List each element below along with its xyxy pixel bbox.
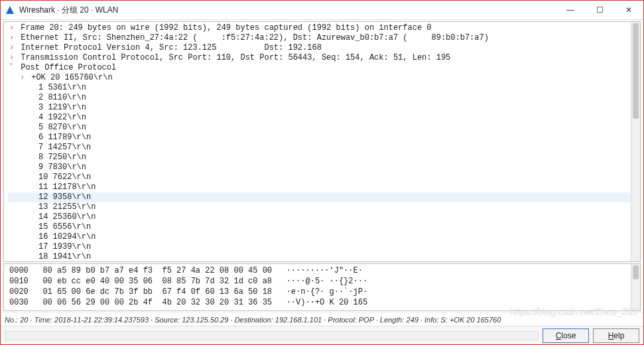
tree-pop-line[interactable]: 1 5361\r\n bbox=[8, 83, 631, 93]
tree-pop[interactable]: ˅ Post Office Protocol bbox=[8, 63, 631, 73]
expand-icon[interactable]: › bbox=[9, 23, 16, 33]
tree-pop-line[interactable]: 16 10294\r\n bbox=[8, 232, 631, 242]
tree-text: Transmission Control Protocol, Src Port:… bbox=[16, 53, 450, 62]
tree-pop-line[interactable]: 7 14257\r\n bbox=[8, 143, 631, 153]
tree-text: Post Office Protocol bbox=[16, 63, 116, 72]
tree-text: 1 5361\r\n bbox=[38, 83, 86, 92]
maximize-button[interactable]: ☐ bbox=[585, 1, 614, 19]
help-button-label: Help bbox=[608, 331, 625, 340]
tree-text: 13 21255\r\n bbox=[38, 202, 96, 212]
tree-text: Frame 20: 249 bytes on wire (1992 bits),… bbox=[16, 23, 432, 33]
titlebar: Wireshark · 分组 20 · WLAN — ☐ ✕ bbox=[1, 1, 643, 19]
vertical-scrollbar[interactable] bbox=[631, 264, 640, 310]
tree-text: 4 1922\r\n bbox=[38, 113, 86, 122]
expand-icon[interactable]: › bbox=[9, 33, 16, 43]
tree-pop-line[interactable]: 15 6556\r\n bbox=[8, 222, 631, 232]
close-window-button[interactable]: ✕ bbox=[614, 1, 643, 19]
tree-pop-line[interactable]: 14 25360\r\n bbox=[8, 212, 631, 222]
tree-ip[interactable]: › Internet Protocol Version 4, Src: 123.… bbox=[8, 43, 631, 53]
hex-row[interactable]: 0020 01 65 00 6e dc 7b 3f bb 67 f4 0f 60… bbox=[8, 287, 627, 297]
tree-text: 14 25360\r\n bbox=[38, 212, 96, 222]
dialog-footer: Close Help bbox=[1, 326, 643, 344]
tree-text: 8 7250\r\n bbox=[38, 153, 86, 162]
expand-icon[interactable]: › bbox=[20, 73, 27, 83]
tree-tcp[interactable]: › Transmission Control Protocol, Src Por… bbox=[8, 53, 631, 63]
expand-icon[interactable]: › bbox=[9, 43, 16, 53]
expand-icon[interactable]: › bbox=[9, 53, 16, 63]
tree-text: 15 6556\r\n bbox=[38, 222, 91, 232]
tree-text: 16 10294\r\n bbox=[38, 232, 96, 242]
tree-text: 7 14257\r\n bbox=[38, 143, 91, 152]
tree-text: 12 9358\r\n bbox=[38, 192, 91, 202]
expand-icon[interactable]: ˅ bbox=[9, 63, 16, 73]
tree-pop-line[interactable]: 11 12178\r\n bbox=[8, 182, 631, 192]
horizontal-scrollbar[interactable] bbox=[5, 331, 539, 340]
close-button-label: Close bbox=[556, 331, 576, 340]
tree-text: +OK 20 165760\r\n bbox=[27, 73, 113, 82]
tree-pop-line[interactable]: 5 8270\r\n bbox=[8, 123, 631, 133]
tree-text: Internet Protocol Version 4, Src: 123.12… bbox=[16, 43, 322, 52]
tree-text: 17 1939\r\n bbox=[38, 242, 91, 251]
wireshark-icon bbox=[5, 5, 15, 15]
window-title: Wireshark · 分组 20 · WLAN bbox=[19, 5, 556, 16]
tree-pop-line[interactable]: 18 1941\r\n bbox=[8, 252, 631, 261]
tree-text: 18 1941\r\n bbox=[38, 252, 91, 261]
packet-details-pane[interactable]: › Frame 20: 249 bytes on wire (1992 bits… bbox=[3, 21, 641, 262]
tree-pop-line[interactable]: 2 8110\r\n bbox=[8, 93, 631, 103]
vertical-scrollbar[interactable] bbox=[631, 22, 640, 261]
hex-row[interactable]: 0010 00 eb cc e0 40 00 35 06 08 85 7b 7d… bbox=[8, 276, 627, 287]
tree-text: 5 8270\r\n bbox=[38, 123, 86, 132]
hex-row[interactable]: 0030 00 06 56 29 00 00 2b 4f 4b 20 32 30… bbox=[8, 297, 627, 308]
tree-pop-line[interactable]: 12 9358\r\n bbox=[8, 192, 631, 202]
tree-text: 9 7830\r\n bbox=[38, 163, 86, 172]
packet-bytes-pane[interactable]: 0000 80 a5 89 b0 b7 a7 e4 f3 f5 27 4a 22… bbox=[3, 263, 641, 311]
tree-text: 10 7622\r\n bbox=[38, 172, 91, 182]
tree-text: 2 8110\r\n bbox=[38, 93, 86, 102]
tree-pop-line[interactable]: 17 1939\r\n bbox=[8, 242, 631, 252]
tree-ethernet[interactable]: › Ethernet II, Src: Shenzhen_27:4a:22 ( … bbox=[8, 33, 631, 43]
status-bar: No.: 20 · Time: 2018-11-21 22:39:14.2375… bbox=[1, 312, 643, 326]
tree-pop-line[interactable]: 6 11789\r\n bbox=[8, 133, 631, 143]
tree-pop-line[interactable]: 9 7830\r\n bbox=[8, 163, 631, 172]
tree-text: Ethernet II, Src: Shenzhen_27:4a:22 ( :f… bbox=[16, 33, 489, 42]
tree-pop-ok[interactable]: › +OK 20 165760\r\n bbox=[8, 73, 631, 83]
tree-pop-line[interactable]: 3 1219\r\n bbox=[8, 103, 631, 113]
hex-row[interactable]: 0000 80 a5 89 b0 b7 a7 e4 f3 f5 27 4a 22… bbox=[8, 265, 627, 276]
tree-pop-line[interactable]: 4 1922\r\n bbox=[8, 113, 631, 123]
help-button[interactable]: Help bbox=[593, 328, 639, 343]
minimize-button[interactable]: — bbox=[556, 1, 585, 19]
tree-text: 6 11789\r\n bbox=[38, 133, 91, 142]
tree-frame[interactable]: › Frame 20: 249 bytes on wire (1992 bits… bbox=[8, 23, 631, 33]
tree-pop-line[interactable]: 10 7622\r\n bbox=[8, 172, 631, 182]
close-button[interactable]: Close bbox=[543, 328, 589, 343]
tree-pop-line[interactable]: 13 21255\r\n bbox=[8, 202, 631, 212]
tree-pop-line[interactable]: 8 7250\r\n bbox=[8, 153, 631, 163]
tree-text: 11 12178\r\n bbox=[38, 182, 96, 192]
tree-text: 3 1219\r\n bbox=[38, 103, 86, 112]
